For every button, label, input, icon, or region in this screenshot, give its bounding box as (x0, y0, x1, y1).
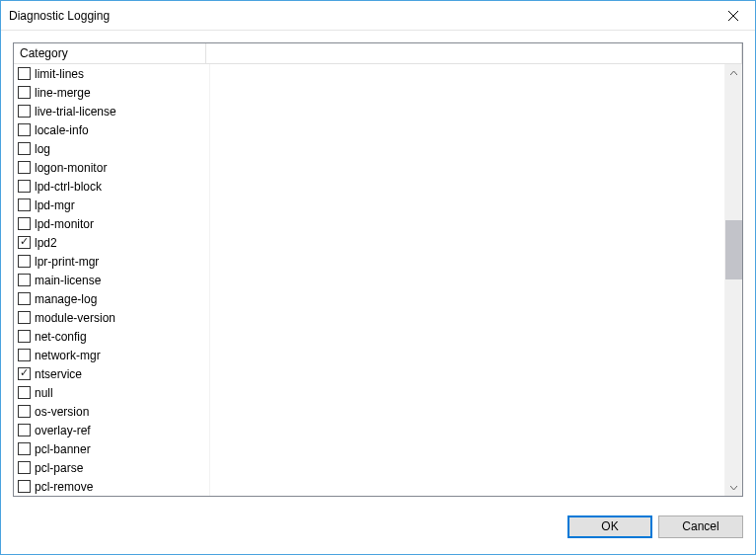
category-checkbox[interactable] (18, 349, 31, 361)
category-label: locale-info (35, 123, 89, 137)
category-label: live-trial-license (35, 105, 116, 119)
list-item-empty-cell (210, 383, 725, 402)
list-item-empty-cell (210, 327, 725, 346)
category-checkbox[interactable] (18, 424, 31, 436)
scroll-thumb[interactable] (725, 220, 742, 279)
category-checkbox[interactable] (18, 311, 31, 324)
category-checkbox[interactable] (18, 236, 31, 249)
category-label: os-version (35, 405, 89, 419)
category-label: lpd-mgr (35, 198, 75, 212)
list-item[interactable]: module-version (14, 308, 725, 327)
category-checkbox[interactable] (18, 480, 31, 493)
list-item-empty-cell (210, 196, 725, 214)
list-item[interactable]: log (14, 139, 725, 158)
list-item[interactable]: lpd-monitor (14, 214, 725, 233)
category-checkbox[interactable] (18, 330, 31, 343)
list-item[interactable]: pcl-banner (14, 439, 725, 458)
list-item-empty-cell (210, 158, 725, 177)
list-item-empty-cell (210, 102, 725, 120)
dialog-buttons: OK Cancel (1, 509, 755, 554)
scroll-down-button[interactable] (725, 479, 742, 496)
category-checkbox[interactable] (18, 255, 31, 268)
list-item-empty-cell (210, 289, 725, 308)
category-label: module-version (35, 311, 115, 325)
list-item[interactable]: pcl-parse (14, 458, 725, 477)
list-item-empty-cell (210, 83, 725, 102)
column-header-empty[interactable] (206, 43, 742, 63)
category-checkbox[interactable] (18, 217, 31, 230)
list-item-empty-cell (210, 364, 725, 383)
window-title: Diagnostic Logging (9, 9, 110, 23)
category-label: pcl-banner (35, 442, 91, 456)
list-item[interactable]: ntservice (14, 364, 725, 383)
category-label: pcl-remove (35, 480, 93, 494)
category-label: network-mgr (35, 349, 101, 362)
category-label: lpd-ctrl-block (35, 180, 102, 194)
list-item[interactable]: limit-lines (14, 64, 725, 83)
list-item-empty-cell (210, 421, 725, 439)
list-item-empty-cell (210, 252, 725, 271)
category-label: lpr-print-mgr (35, 255, 99, 269)
dialog-window: Diagnostic Logging Category limit-linesl… (0, 0, 756, 555)
list-item-empty-cell (210, 214, 725, 233)
list-item-empty-cell (210, 439, 725, 458)
list-item[interactable]: logon-monitor (14, 158, 725, 177)
category-checkbox[interactable] (18, 292, 31, 305)
list-item[interactable]: locale-info (14, 120, 725, 139)
scroll-track[interactable] (725, 81, 742, 479)
list-item[interactable]: line-merge (14, 83, 725, 102)
category-label: manage-log (35, 292, 97, 306)
list-item-empty-cell (210, 271, 725, 289)
list-item[interactable]: null (14, 383, 725, 402)
chevron-down-icon (730, 486, 737, 490)
list-item-empty-cell (210, 458, 725, 477)
category-checkbox[interactable] (18, 274, 31, 286)
list-item[interactable]: lpd-mgr (14, 196, 725, 214)
category-label: lpd2 (35, 236, 57, 250)
list-item[interactable]: lpd2 (14, 233, 725, 252)
close-button[interactable] (711, 1, 755, 30)
list-body: limit-linesline-mergelive-trial-licensel… (14, 64, 742, 496)
scroll-up-button[interactable] (725, 64, 742, 81)
category-checkbox[interactable] (18, 442, 31, 455)
category-checkbox[interactable] (18, 198, 31, 211)
list-item-empty-cell (210, 120, 725, 139)
list-item-empty-cell (210, 308, 725, 327)
list-item[interactable]: manage-log (14, 289, 725, 308)
category-checkbox[interactable] (18, 461, 31, 474)
list-item[interactable]: net-config (14, 327, 725, 346)
ok-button[interactable]: OK (567, 515, 652, 538)
list-item-empty-cell (210, 64, 725, 83)
column-header-category[interactable]: Category (14, 43, 206, 63)
category-checkbox[interactable] (18, 367, 31, 380)
list-item[interactable]: network-mgr (14, 346, 725, 364)
category-checkbox[interactable] (18, 161, 31, 174)
category-checkbox[interactable] (18, 180, 31, 193)
list-rows: limit-linesline-mergelive-trial-licensel… (14, 64, 725, 496)
category-checkbox[interactable] (18, 142, 31, 155)
list-item[interactable]: live-trial-license (14, 102, 725, 120)
category-checkbox[interactable] (18, 67, 31, 80)
list-item[interactable]: overlay-ref (14, 421, 725, 439)
category-checkbox[interactable] (18, 386, 31, 399)
category-checkbox[interactable] (18, 105, 31, 118)
category-checkbox[interactable] (18, 405, 31, 418)
dialog-content: Category limit-linesline-mergelive-trial… (1, 31, 755, 509)
category-list: Category limit-linesline-mergelive-trial… (13, 42, 743, 497)
list-item-empty-cell (210, 477, 725, 496)
list-item[interactable]: os-version (14, 402, 725, 421)
cancel-button[interactable]: Cancel (658, 515, 743, 538)
list-item[interactable]: main-license (14, 271, 725, 289)
list-item-empty-cell (210, 346, 725, 364)
list-item[interactable]: lpr-print-mgr (14, 252, 725, 271)
vertical-scrollbar[interactable] (725, 64, 742, 496)
category-checkbox[interactable] (18, 123, 31, 136)
list-item-empty-cell (210, 177, 725, 196)
list-item-empty-cell (210, 139, 725, 158)
category-checkbox[interactable] (18, 86, 31, 99)
category-label: limit-lines (35, 67, 84, 81)
list-item[interactable]: pcl-remove (14, 477, 725, 496)
list-item[interactable]: lpd-ctrl-block (14, 177, 725, 196)
category-label: pcl-parse (35, 461, 83, 475)
category-label: lpd-monitor (35, 217, 94, 231)
